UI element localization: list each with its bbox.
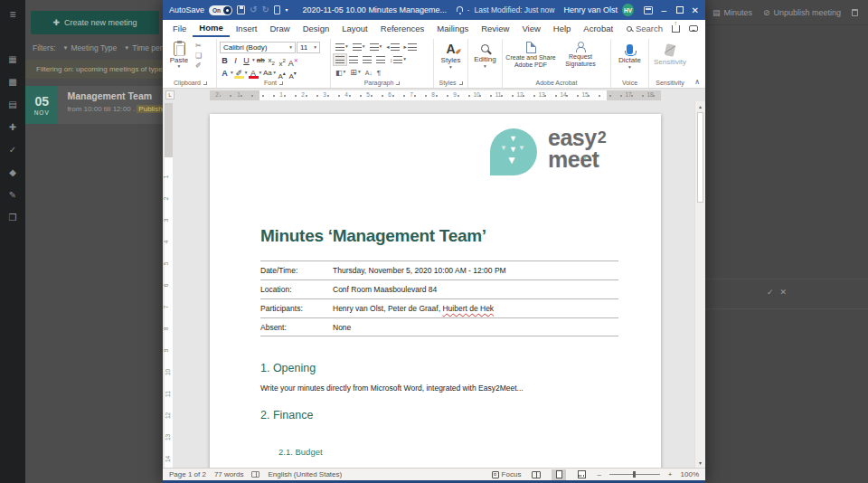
approve-check-icon[interactable]: ✓ — [767, 288, 774, 297]
tab-layout[interactable]: Layout — [335, 20, 374, 37]
tasks-icon[interactable]: ✓ — [9, 146, 16, 155]
tab-file[interactable]: File — [166, 20, 193, 37]
horizontal-ruler[interactable]: 211234567891011121314151718 — [210, 90, 661, 100]
superscript-button[interactable]: x2 — [278, 55, 288, 66]
bullets-button[interactable]: ▾ — [334, 42, 350, 52]
zoom-slider-thumb[interactable] — [633, 471, 636, 478]
zoom-out-button[interactable]: – — [597, 470, 600, 478]
text-effects-button[interactable]: A — [220, 68, 230, 79]
format-painter-icon[interactable]: ✐ — [195, 62, 202, 70]
notification-bell-icon[interactable] — [457, 6, 463, 12]
tab-mailings[interactable]: Mailings — [430, 20, 475, 37]
redo-icon[interactable]: ↻ — [261, 5, 269, 14]
font-color-button[interactable]: A — [249, 68, 259, 79]
edit-icon[interactable]: ✎ — [9, 191, 16, 200]
reject-cross-icon[interactable]: ✕ — [780, 288, 788, 297]
scrollbar-thumb[interactable] — [697, 112, 703, 203]
undo-icon[interactable]: ↺ — [250, 5, 257, 14]
paste-button[interactable]: Paste ▾ — [167, 40, 191, 70]
zoom-in-button[interactable]: + — [668, 470, 673, 478]
save-icon[interactable] — [237, 5, 245, 14]
font-name-select[interactable]: Calibri (Body)▾ — [220, 42, 296, 53]
search-box[interactable]: Search — [627, 24, 663, 33]
print-layout-button[interactable] — [552, 469, 566, 480]
italic-button[interactable]: I — [231, 55, 241, 66]
meeting-card[interactable]: 05 NOV Management Team from 10:00 till 1… — [25, 86, 163, 124]
comments-icon[interactable] — [689, 25, 698, 32]
editing-button[interactable]: Editing ▾ — [471, 40, 499, 70]
create-meeting-button[interactable]: ✚ Create new meeting — [31, 11, 159, 34]
font-size-select[interactable]: 11▾ — [297, 42, 320, 53]
vertical-scrollbar[interactable]: ▴ ▾ — [694, 101, 705, 468]
minutes-button[interactable]: ▤ Minutes — [712, 8, 752, 17]
tab-view[interactable]: View — [515, 20, 546, 37]
numbering-button[interactable]: ▾ — [351, 42, 367, 52]
ribbon-display-options-icon[interactable] — [644, 6, 653, 14]
create-share-pdf-button[interactable]: Create and Share Adobe PDF — [505, 40, 556, 68]
autosave-toggle[interactable]: On — [209, 5, 232, 15]
tools-icon[interactable]: ✚ — [9, 123, 16, 132]
bold-button[interactable]: B — [220, 55, 230, 66]
styles-dialog-launcher[interactable] — [459, 81, 463, 85]
scroll-down-icon[interactable]: ▾ — [695, 459, 705, 466]
decrease-indent-button[interactable]: ◂ — [384, 42, 401, 52]
style-set-icon[interactable] — [274, 5, 281, 14]
zoom-slider[interactable] — [609, 474, 660, 475]
list-icon[interactable]: ▤ — [8, 100, 16, 109]
paragraph-dialog-launcher[interactable] — [396, 81, 400, 85]
change-case-button[interactable]: Aa — [262, 68, 272, 79]
highlight-button[interactable]: ✐ — [234, 68, 244, 79]
strikethrough-button[interactable]: ab — [256, 55, 266, 66]
shading-button[interactable]: ◧▾ — [334, 67, 347, 78]
tab-design[interactable]: Design — [297, 20, 336, 37]
filter-meeting-type[interactable]: ▼ Meeting Type — [63, 43, 118, 52]
tab-review[interactable]: Review — [475, 20, 515, 37]
close-button[interactable]: ✕ — [692, 5, 699, 15]
zoom-level[interactable]: 100% — [681, 470, 699, 478]
multilevel-list-button[interactable]: ▾ — [368, 42, 384, 52]
underline-button[interactable]: U — [241, 55, 251, 66]
language-indicator[interactable]: English (United States) — [268, 470, 342, 478]
read-mode-button[interactable] — [529, 469, 543, 480]
increase-indent-button[interactable]: ▸ — [402, 42, 419, 52]
menu-icon[interactable]: ≡ — [9, 9, 15, 20]
line-spacing-button[interactable]: ↕▾ — [388, 54, 408, 65]
tab-help[interactable]: Help — [547, 20, 578, 37]
collapse-ribbon-icon[interactable]: ∧ — [694, 78, 700, 86]
tab-insert[interactable]: Insert — [230, 20, 264, 37]
document-title[interactable]: 2020-11-05 10.00 Minutes Manageme... — [302, 5, 446, 14]
align-right-button[interactable] — [361, 54, 373, 65]
subscript-button[interactable]: x2 — [267, 55, 277, 66]
justify-button[interactable] — [374, 54, 387, 65]
sort-button[interactable]: A↓ — [363, 67, 374, 78]
clipboard-dialog-launcher[interactable] — [203, 81, 207, 85]
web-layout-button[interactable] — [574, 469, 589, 480]
borders-button[interactable]: ⊞▾ — [348, 67, 362, 78]
maximize-button[interactable] — [676, 6, 684, 14]
page-indicator[interactable]: Page 1 of 2 — [169, 470, 206, 478]
calendar-icon[interactable]: ▦ — [8, 55, 16, 64]
vertical-ruler[interactable]: 1234567891011121314 — [165, 103, 173, 468]
scroll-up-icon[interactable]: ▴ — [695, 103, 705, 109]
show-paragraph-marks-button[interactable]: ¶ — [375, 67, 382, 78]
caret-down-icon[interactable]: ▾ — [285, 7, 288, 13]
shrink-font-button[interactable]: A▾ — [288, 68, 297, 79]
document-page[interactable]: ▼ ▼ ▼ ▼ ▼ easy2 meet▼ Minutes ‘Managemen… — [210, 114, 661, 468]
font-dialog-launcher[interactable] — [279, 81, 283, 85]
minimize-button[interactable]: – — [661, 5, 666, 15]
user-avatar[interactable]: HV — [622, 4, 634, 16]
cut-icon[interactable]: ✂ — [195, 43, 202, 50]
clear-formatting-button[interactable]: A✕ — [288, 55, 298, 66]
sensitivity-button[interactable]: Sensitivity — [652, 40, 688, 66]
delete-meeting-button[interactable] — [852, 9, 858, 16]
grow-font-button[interactable]: A▴ — [277, 68, 287, 79]
proofing-icon[interactable] — [251, 471, 259, 478]
tab-references[interactable]: References — [374, 20, 431, 37]
align-left-button[interactable] — [334, 54, 346, 65]
tag-icon[interactable]: ◆ — [9, 168, 16, 177]
dictate-button[interactable]: Dictate ▾ — [614, 40, 646, 71]
tab-home[interactable]: Home — [193, 20, 229, 37]
tab-draw[interactable]: Draw — [263, 20, 296, 37]
align-center-button[interactable] — [347, 54, 360, 65]
word-count[interactable]: 77 words — [214, 470, 243, 478]
